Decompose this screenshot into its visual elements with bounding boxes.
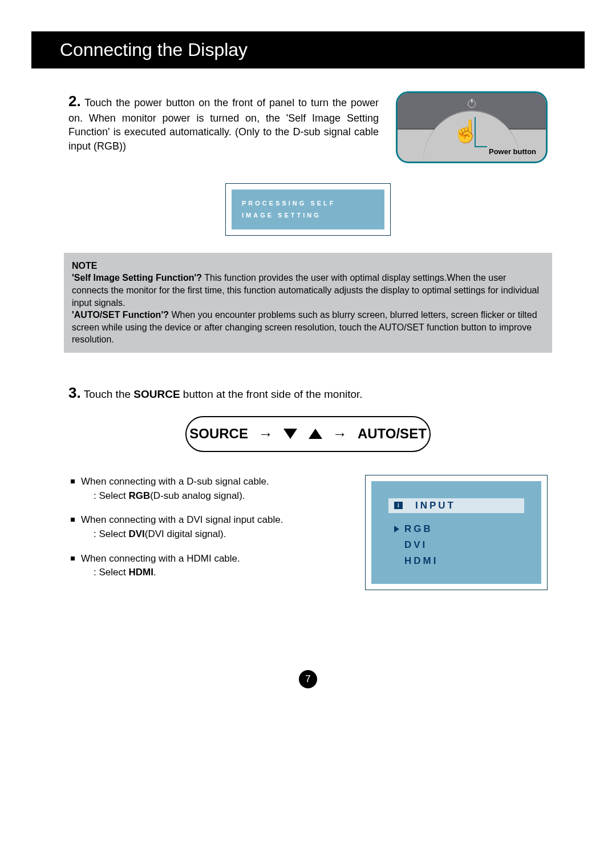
osd-line-1: PROCESSING SELF [242, 197, 374, 209]
list-item-1-line1: When connecting with a D-sub signal cabl… [81, 475, 342, 489]
power-icon [468, 100, 476, 108]
note-paragraph-1: 'Self Image Setting Function'? This func… [72, 272, 544, 309]
step-2-row: 2. Touch the power button on the front o… [68, 91, 548, 163]
t: . [153, 567, 156, 578]
list-item-3-line1: When connecting with a HDMI cable. [81, 552, 342, 566]
page-number-badge: 7 [299, 670, 317, 688]
arrow-right-icon: → [333, 425, 347, 443]
t: : Select [94, 529, 128, 539]
step-3-after: button at the front side of the monitor. [180, 388, 363, 400]
osd-processing-box: PROCESSING SELF IMAGE SETTING [225, 183, 391, 236]
note-q2-label: 'AUTO/SET Function'? [72, 310, 169, 320]
list-item-2-line2: : Select DVI(DVI digital signal). [81, 527, 342, 542]
callout-line-v [475, 117, 476, 147]
step-3-text: 3. Touch the SOURCE button at the front … [68, 384, 548, 402]
t: (DVI digital signal). [145, 529, 226, 539]
t-bold: DVI [128, 529, 144, 539]
connection-options-row: When connecting with a D-sub signal cabl… [68, 475, 548, 590]
step-2-number: 2. [68, 92, 81, 110]
power-button-illustration: ☝ Power button [396, 91, 548, 163]
input-osd-title: INPUT [415, 500, 456, 511]
note-q1-label: 'Self Image Setting Function'? [72, 273, 202, 283]
triangle-down-icon [283, 429, 297, 439]
note-paragraph-2: 'AUTO/SET Function'? When you encounter … [72, 309, 544, 346]
input-option-hdmi: HDMI [388, 553, 524, 569]
page-title-bar: Connecting the Display [31, 31, 585, 68]
source-sequence-pill: SOURCE → → AUTO/SET [185, 416, 431, 452]
t: (D-sub analog signal). [150, 490, 245, 501]
page-title: Connecting the Display [60, 39, 248, 60]
callout-line-h [475, 146, 487, 147]
osd-processing-inner: PROCESSING SELF IMAGE SETTING [232, 189, 384, 229]
input-osd-title-row: i INPUT [388, 498, 524, 513]
power-button-label: Power button [489, 147, 536, 156]
list-item: When connecting with a HDMI cable. : Sel… [68, 552, 342, 580]
input-osd-inner: i INPUT RGB DVI HDMI [371, 481, 541, 584]
page: Connecting the Display 2. Touch the powe… [0, 31, 616, 688]
pill-autoset-label: AUTO/SET [358, 426, 427, 442]
list-item-3-line2: : Select HDMI. [81, 566, 342, 580]
info-icon: i [394, 502, 403, 509]
note-box: NOTE 'Self Image Setting Function'? This… [64, 253, 552, 353]
page-number: 7 [305, 673, 310, 685]
step-3-bold: SOURCE [133, 388, 180, 400]
input-option-rgb: RGB [388, 521, 524, 537]
content-area: 2. Touch the power button on the front o… [0, 68, 616, 688]
connection-list: When connecting with a D-sub signal cabl… [68, 475, 342, 590]
note-title: NOTE [72, 260, 544, 272]
input-option-dvi: DVI [388, 537, 524, 553]
triangle-up-icon [309, 429, 322, 439]
step-3-before: Touch the [84, 388, 134, 400]
pill-source-label: SOURCE [189, 426, 248, 442]
list-item-2-line1: When connecting with a DVI signal input … [81, 513, 342, 527]
list-item: When connecting with a D-sub signal cabl… [68, 475, 342, 503]
list-item: When connecting with a DVI signal input … [68, 513, 342, 541]
step-2-body: Touch the power button on the front of p… [68, 97, 379, 152]
osd-line-2: IMAGE SETTING [242, 209, 374, 221]
t: : Select [94, 490, 128, 501]
t-bold: HDMI [128, 567, 153, 578]
step-2-text: 2. Touch the power button on the front o… [68, 91, 379, 153]
t-bold: RGB [128, 490, 150, 501]
t: : Select [94, 567, 128, 578]
input-osd-panel: i INPUT RGB DVI HDMI [365, 475, 548, 590]
step-3-number: 3. [68, 384, 81, 401]
list-item-1-line2: : Select RGB(D-sub analog signal). [81, 489, 342, 503]
arrow-right-icon: → [258, 425, 273, 443]
